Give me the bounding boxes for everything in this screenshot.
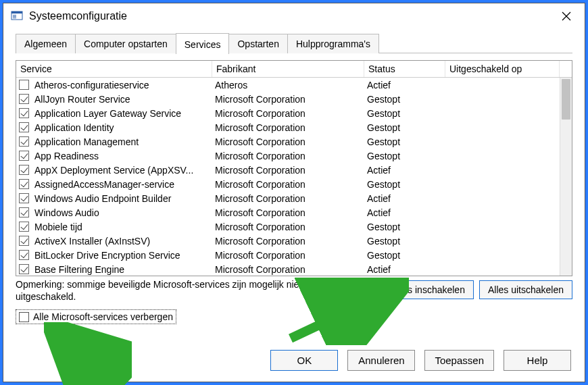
service-name: Application Identity	[32, 122, 117, 133]
tab-services[interactable]: Services	[176, 33, 230, 54]
service-manufacturer: Microsoft Corporation	[212, 207, 364, 218]
table-row[interactable]: Atheros-configuratieserviceAtherosActief	[16, 78, 560, 92]
service-checkbox[interactable]	[19, 108, 29, 118]
service-manufacturer: Microsoft Corporation	[212, 94, 364, 105]
services-note: Opmerking: sommige beveiligde Microsoft-…	[16, 279, 306, 303]
tabstrip: Algemeen Computer opstarten Services Ops…	[3, 33, 585, 53]
service-checkbox[interactable]	[19, 250, 29, 260]
table-row[interactable]: Application IdentityMicrosoft Corporatio…	[16, 120, 560, 134]
service-manufacturer: Microsoft Corporation	[212, 122, 364, 133]
service-name: Application Layer Gateway Service	[32, 108, 184, 119]
table-row[interactable]: Application ManagementMicrosoft Corporat…	[16, 134, 560, 149]
scrollbar-thumb[interactable]	[562, 79, 570, 120]
service-name: Windows Audio Endpoint Builder	[32, 193, 174, 204]
col-service[interactable]: Service	[16, 61, 212, 77]
table-row[interactable]: AppX Deployment Service (AppXSV...Micros…	[16, 163, 560, 177]
close-icon	[562, 11, 571, 21]
service-manufacturer: Microsoft Corporation	[212, 236, 364, 247]
svg-rect-2	[13, 15, 16, 16]
service-status: Gestopt	[364, 94, 445, 105]
service-manufacturer: Microsoft Corporation	[212, 264, 364, 275]
service-manufacturer: Microsoft Corporation	[212, 136, 364, 147]
service-checkbox[interactable]	[19, 165, 29, 175]
service-checkbox[interactable]	[19, 207, 29, 217]
tab-boot[interactable]: Computer opstarten	[75, 34, 176, 53]
service-status: Actief	[364, 165, 445, 176]
list-body: Atheros-configuratieserviceAtherosActief…	[16, 78, 560, 276]
help-button[interactable]: Help	[504, 350, 571, 371]
service-manufacturer: Microsoft Corporation	[212, 165, 364, 176]
hide-microsoft-services-label: Alle Microsoft-services verbergen	[33, 311, 173, 322]
tab-general[interactable]: Algemeen	[16, 34, 76, 53]
svg-rect-1	[11, 11, 22, 14]
service-name: BitLocker Drive Encryption Service	[32, 250, 183, 261]
col-status[interactable]: Status	[364, 61, 445, 77]
service-manufacturer: Microsoft Corporation	[212, 151, 364, 161]
service-name: AssignedAccessManager-service	[32, 179, 177, 190]
window-title: Systeemconfiguratie	[29, 10, 555, 22]
service-checkbox[interactable]	[19, 136, 29, 147]
app-icon	[10, 9, 24, 23]
service-manufacturer: Microsoft Corporation	[212, 179, 364, 190]
table-row[interactable]: Mobiele tijdMicrosoft CorporationGestopt	[16, 220, 560, 234]
checkbox-icon	[19, 312, 29, 322]
service-name: AllJoyn Router Service	[32, 94, 133, 105]
dialog-footer: OK Annuleren Toepassen Help	[3, 340, 585, 382]
service-status: Gestopt	[364, 108, 445, 119]
service-status: Actief	[364, 264, 445, 275]
service-checkbox[interactable]	[19, 80, 29, 90]
service-manufacturer: Microsoft Corporation	[212, 193, 364, 204]
table-row[interactable]: App ReadinessMicrosoft CorporationGestop…	[16, 149, 560, 163]
service-name: Windows Audio	[32, 207, 102, 218]
ok-button[interactable]: OK	[270, 350, 338, 371]
table-row[interactable]: BitLocker Drive Encryption ServiceMicros…	[16, 248, 560, 262]
below-list: Opmerking: sommige beveiligde Microsoft-…	[16, 279, 572, 303]
service-name: App Readiness	[32, 151, 101, 161]
service-checkbox[interactable]	[19, 236, 29, 246]
hide-microsoft-services-checkbox[interactable]: Alle Microsoft-services verbergen	[16, 309, 176, 324]
table-row[interactable]: Windows AudioMicrosoft CorporationActief	[16, 205, 560, 220]
service-status: Gestopt	[364, 236, 445, 247]
table-row[interactable]: ActiveX Installer (AxInstSV)Microsoft Co…	[16, 234, 560, 248]
service-name: Mobiele tijd	[32, 222, 85, 232]
tab-content: Service Fabrikant Status Uitgeschakeld o…	[3, 53, 585, 340]
service-checkbox[interactable]	[19, 193, 29, 203]
services-list: Service Fabrikant Status Uitgeschakeld o…	[16, 60, 572, 276]
service-name: Base Filtering Engine	[32, 264, 127, 275]
enable-all-button[interactable]: Alles inschakelen	[383, 280, 474, 299]
msconfig-window: Systeemconfiguratie Algemeen Computer op…	[3, 3, 585, 382]
service-name: Application Management	[32, 136, 141, 147]
service-name: ActiveX Installer (AxInstSV)	[32, 236, 153, 247]
service-checkbox[interactable]	[19, 222, 29, 232]
table-row[interactable]: Base Filtering EngineMicrosoft Corporati…	[16, 262, 560, 276]
table-row[interactable]: AssignedAccessManager-serviceMicrosoft C…	[16, 177, 560, 191]
service-status: Actief	[364, 207, 445, 218]
table-row[interactable]: Windows Audio Endpoint BuilderMicrosoft …	[16, 191, 560, 205]
table-row[interactable]: Application Layer Gateway ServiceMicroso…	[16, 106, 560, 120]
service-checkbox[interactable]	[19, 179, 29, 189]
titlebar: Systeemconfiguratie	[3, 3, 585, 29]
col-disabled-on[interactable]: Uitgeschakeld op	[445, 61, 560, 77]
service-manufacturer: Microsoft Corporation	[212, 250, 364, 261]
service-status: Actief	[364, 80, 445, 91]
vertical-scrollbar[interactable]	[560, 78, 572, 276]
service-checkbox[interactable]	[19, 264, 29, 274]
close-button[interactable]	[555, 7, 578, 26]
service-checkbox[interactable]	[19, 151, 29, 161]
service-status: Gestopt	[364, 136, 445, 147]
service-checkbox[interactable]	[19, 122, 29, 132]
service-checkbox[interactable]	[19, 94, 29, 104]
col-manufacturer[interactable]: Fabrikant	[212, 61, 364, 77]
service-status: Gestopt	[364, 250, 445, 261]
service-manufacturer: Microsoft Corporation	[212, 222, 364, 232]
disable-all-button[interactable]: Alles uitschakelen	[479, 280, 572, 299]
table-row[interactable]: AllJoyn Router ServiceMicrosoft Corporat…	[16, 92, 560, 106]
service-name: Atheros-configuratieservice	[32, 80, 152, 91]
tab-tools[interactable]: Hulpprogramma's	[287, 34, 379, 53]
cancel-button[interactable]: Annuleren	[347, 350, 415, 371]
tab-startup[interactable]: Opstarten	[228, 34, 287, 53]
enable-disable-buttons: Alles inschakelen Alles uitschakelen	[383, 280, 572, 303]
apply-button[interactable]: Toepassen	[424, 350, 494, 371]
service-status: Actief	[364, 193, 445, 204]
list-header: Service Fabrikant Status Uitgeschakeld o…	[16, 61, 572, 78]
